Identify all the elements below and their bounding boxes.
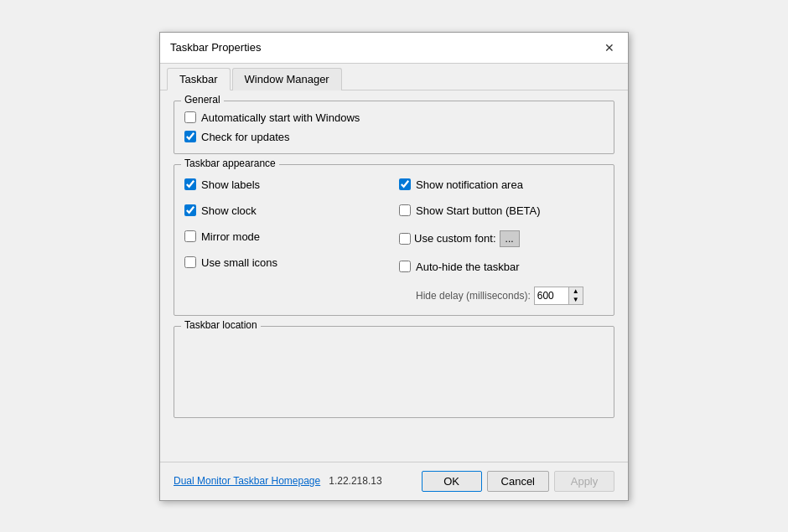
check-updates-row: Check for updates	[184, 131, 604, 143]
delay-input[interactable]	[535, 287, 568, 304]
custom-font-label[interactable]: Use custom font:	[414, 232, 496, 245]
general-group: General Automatically start with Windows…	[174, 101, 614, 154]
footer-buttons: OK Cancel Apply	[422, 471, 614, 492]
tab-content: General Automatically start with Windows…	[160, 90, 628, 462]
hide-delay-row: Hide delay (milliseconds): ▲ ▼	[399, 287, 604, 305]
font-picker-button[interactable]: ...	[500, 230, 520, 247]
show-clock-row: Show clock	[184, 204, 389, 217]
close-button[interactable]: ✕	[601, 39, 618, 56]
show-labels-label[interactable]: Show labels	[201, 178, 260, 191]
check-updates-label[interactable]: Check for updates	[201, 131, 290, 143]
footer-left: Dual Monitor Taskbar Homepage 1.22.218.1…	[174, 475, 382, 487]
show-notification-checkbox[interactable]	[399, 178, 411, 190]
appearance-grid: Show labels Show clock Mirror mode Use s…	[184, 175, 604, 305]
show-start-row: Show Start button (BETA)	[399, 204, 604, 217]
custom-font-row: Use custom font: ...	[399, 230, 604, 247]
small-icons-row: Use small icons	[184, 256, 389, 269]
cancel-button[interactable]: Cancel	[487, 471, 549, 492]
delay-spinner: ▲ ▼	[534, 287, 583, 305]
small-icons-label[interactable]: Use small icons	[201, 256, 277, 269]
version-text: 1.22.218.13	[329, 475, 381, 487]
mirror-mode-checkbox[interactable]	[184, 230, 196, 242]
appearance-group-label: Taskbar appearance	[181, 158, 279, 169]
auto-hide-checkbox[interactable]	[399, 261, 411, 272]
bottom-bar: Dual Monitor Taskbar Homepage 1.22.218.1…	[160, 462, 628, 500]
show-clock-label[interactable]: Show clock	[201, 204, 257, 217]
title-bar: Taskbar Properties ✕	[160, 33, 628, 64]
dialog-title: Taskbar Properties	[170, 41, 261, 54]
dialog: Taskbar Properties ✕ Taskbar Window Mana…	[159, 32, 629, 501]
auto-start-row: Automatically start with Windows	[184, 111, 604, 124]
show-start-checkbox[interactable]	[399, 204, 411, 216]
spinner-up-button[interactable]: ▲	[569, 287, 583, 296]
auto-start-checkbox[interactable]	[184, 111, 196, 123]
show-start-label[interactable]: Show Start button (BETA)	[416, 204, 541, 217]
show-notification-row: Show notification area	[399, 178, 604, 191]
delay-label: Hide delay (milliseconds):	[416, 290, 531, 302]
mirror-mode-row: Mirror mode	[184, 230, 389, 243]
mirror-mode-label[interactable]: Mirror mode	[201, 230, 260, 243]
spinner-arrows: ▲ ▼	[568, 287, 583, 304]
general-group-label: General	[181, 94, 224, 106]
location-group: Taskbar location	[174, 326, 614, 418]
appearance-col-right: Show notification area Show Start button…	[399, 178, 604, 305]
appearance-group: Taskbar appearance Show labels Show cloc…	[174, 164, 614, 316]
show-labels-row: Show labels	[184, 178, 389, 191]
spinner-down-button[interactable]: ▼	[569, 296, 583, 304]
ok-button[interactable]: OK	[422, 471, 482, 492]
apply-button[interactable]: Apply	[554, 471, 614, 492]
tab-window-manager[interactable]: Window Manager	[232, 68, 342, 90]
show-clock-checkbox[interactable]	[184, 204, 196, 216]
show-notification-label[interactable]: Show notification area	[416, 178, 523, 191]
appearance-col-left: Show labels Show clock Mirror mode Use s…	[184, 178, 389, 305]
auto-start-label[interactable]: Automatically start with Windows	[201, 111, 360, 124]
tab-taskbar[interactable]: Taskbar	[167, 68, 231, 90]
location-group-label: Taskbar location	[181, 319, 261, 331]
check-updates-checkbox[interactable]	[184, 131, 196, 142]
auto-hide-row: Auto-hide the taskbar	[399, 261, 604, 273]
custom-font-checkbox[interactable]	[399, 233, 411, 245]
tab-bar: Taskbar Window Manager	[160, 64, 628, 90]
show-labels-checkbox[interactable]	[184, 178, 196, 190]
homepage-link[interactable]: Dual Monitor Taskbar Homepage	[174, 475, 320, 487]
small-icons-checkbox[interactable]	[184, 256, 196, 268]
auto-hide-label[interactable]: Auto-hide the taskbar	[416, 261, 520, 273]
